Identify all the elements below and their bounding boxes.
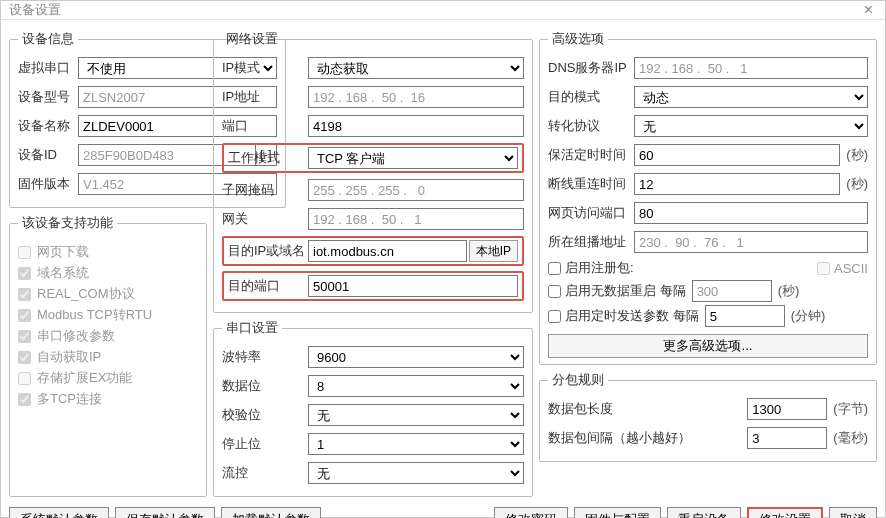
flow-label: 流控 xyxy=(222,464,308,482)
network-group: 网络设置 IP模式 动态获取 IP地址 端口 工作模式 TCP 客户端 xyxy=(213,30,533,313)
bottom-toolbar: 系统默认参数 保存默认参数 加载默认参数 修改密码 固件与配置 重启设备 修改设… xyxy=(1,503,885,518)
virtual-serial-label: 虚拟串口 xyxy=(18,59,78,77)
feature-multi-tcp xyxy=(18,393,31,406)
serial-legend: 串口设置 xyxy=(222,319,282,337)
dest-ip-field[interactable] xyxy=(308,240,467,262)
netmask-label: 子网掩码 xyxy=(222,181,308,199)
feature-real-com xyxy=(18,288,31,301)
packet-interval-label: 数据包间隔（越小越好） xyxy=(548,429,747,447)
sys-default-button[interactable]: 系统默认参数 xyxy=(9,507,109,518)
dest-port-row: 目的端口 xyxy=(222,271,524,301)
proto-select[interactable]: 无 xyxy=(634,115,868,137)
ip-mode-label: IP模式 xyxy=(222,59,308,77)
netmask-field xyxy=(308,179,524,201)
close-icon[interactable]: × xyxy=(860,1,877,19)
web-port-label: 网页访问端口 xyxy=(548,204,634,222)
firmware-cfg-button[interactable]: 固件与配置 xyxy=(574,507,661,518)
restart-button[interactable]: 重启设备 xyxy=(667,507,741,518)
keepalive-unit: (秒) xyxy=(846,146,868,164)
network-legend: 网络设置 xyxy=(222,30,282,48)
change-pwd-button[interactable]: 修改密码 xyxy=(494,507,568,518)
baud-label: 波特率 xyxy=(222,348,308,366)
dest-port-field[interactable] xyxy=(308,275,518,297)
dest-mode-label: 目的模式 xyxy=(548,88,634,106)
timed-field[interactable] xyxy=(705,305,785,327)
ascii-checkbox xyxy=(817,262,830,275)
model-label: 设备型号 xyxy=(18,88,78,106)
local-ip-button[interactable]: 本地IP xyxy=(469,240,518,262)
packet-legend: 分包规则 xyxy=(548,371,608,389)
apply-button[interactable]: 修改设置 xyxy=(747,507,823,518)
cancel-button[interactable]: 取消 xyxy=(829,507,877,518)
settings-window: 设备设置 × 设备信息 虚拟串口 不使用 设备型号 设备名称 xyxy=(0,0,886,518)
databits-label: 数据位 xyxy=(222,377,308,395)
advanced-legend: 高级选项 xyxy=(548,30,608,48)
parity-select[interactable]: 无 xyxy=(308,404,524,426)
work-mode-select[interactable]: TCP 客户端 xyxy=(308,147,518,169)
dest-mode-select[interactable]: 动态 xyxy=(634,86,868,108)
features-legend: 该设备支持功能 xyxy=(18,214,117,232)
feature-auto-ip xyxy=(18,351,31,364)
flow-select[interactable]: 无 xyxy=(308,462,524,484)
multicast-field xyxy=(634,231,868,253)
reconnect-unit: (秒) xyxy=(846,175,868,193)
title-bar: 设备设置 × xyxy=(1,1,885,20)
timed-unit: (分钟) xyxy=(791,307,826,325)
reg-pkt-checkbox[interactable] xyxy=(548,262,561,275)
packet-len-unit: (字节) xyxy=(833,400,868,418)
feature-dns xyxy=(18,267,31,280)
more-advanced-button[interactable]: 更多高级选项... xyxy=(548,334,868,358)
advanced-group: 高级选项 DNS服务器IP 目的模式 动态 转化协议 无 保活定时时间 (秒) xyxy=(539,30,877,365)
baud-select[interactable]: 9600 xyxy=(308,346,524,368)
nodata-checkbox[interactable] xyxy=(548,285,561,298)
keepalive-label: 保活定时时间 xyxy=(548,146,634,164)
keepalive-field[interactable] xyxy=(634,144,840,166)
gateway-label: 网关 xyxy=(222,210,308,228)
reconnect-label: 断线重连时间 xyxy=(548,175,634,193)
gateway-field xyxy=(308,208,524,230)
port-field[interactable] xyxy=(308,115,524,137)
serial-group: 串口设置 波特率 9600 数据位 8 校验位 无 停止位 1 xyxy=(213,319,533,497)
nodata-unit: (秒) xyxy=(778,282,800,300)
reconnect-field[interactable] xyxy=(634,173,840,195)
feature-modbus xyxy=(18,309,31,322)
features-group: 该设备支持功能 网页下载 域名系统 REAL_COM协议 Modbus TCP转… xyxy=(9,214,207,497)
timed-checkbox[interactable] xyxy=(548,310,561,323)
packet-len-label: 数据包长度 xyxy=(548,400,747,418)
firmware-label: 固件版本 xyxy=(18,175,78,193)
reg-pkt-label: 启用注册包: xyxy=(565,259,817,277)
content-area: 设备信息 虚拟串口 不使用 设备型号 设备名称 设备ID [-] xyxy=(1,20,885,503)
feature-serial-mod xyxy=(18,330,31,343)
packet-interval-unit: (毫秒) xyxy=(833,429,868,447)
device-info-legend: 设备信息 xyxy=(18,30,78,48)
ip-addr-label: IP地址 xyxy=(222,88,308,106)
parity-label: 校验位 xyxy=(222,406,308,424)
feature-web-download xyxy=(18,246,31,259)
nodata-label: 启用无数据重启 每隔 xyxy=(565,282,686,300)
load-default-button[interactable]: 加载默认参数 xyxy=(221,507,321,518)
web-port-field[interactable] xyxy=(634,202,868,224)
packet-group: 分包规则 数据包长度 (字节) 数据包间隔（越小越好） (毫秒) xyxy=(539,371,877,462)
work-mode-row: 工作模式 TCP 客户端 xyxy=(222,143,524,173)
save-default-button[interactable]: 保存默认参数 xyxy=(115,507,215,518)
device-id-label: 设备ID xyxy=(18,146,78,164)
ip-mode-select[interactable]: 动态获取 xyxy=(308,57,524,79)
multicast-label: 所在组播地址 xyxy=(548,233,634,251)
nodata-field xyxy=(692,280,772,302)
feature-storage-ex xyxy=(18,372,31,385)
work-mode-label: 工作模式 xyxy=(228,149,308,167)
dest-ip-label: 目的IP或域名 xyxy=(228,242,308,260)
dns-label: DNS服务器IP xyxy=(548,59,634,77)
timed-label: 启用定时发送参数 每隔 xyxy=(565,307,699,325)
stopbits-select[interactable]: 1 xyxy=(308,433,524,455)
ip-addr-field xyxy=(308,86,524,108)
dns-field xyxy=(634,57,868,79)
dest-port-label: 目的端口 xyxy=(228,277,308,295)
packet-interval-field[interactable] xyxy=(747,427,827,449)
packet-len-field[interactable] xyxy=(747,398,827,420)
device-name-label: 设备名称 xyxy=(18,117,78,135)
port-label: 端口 xyxy=(222,117,308,135)
stopbits-label: 停止位 xyxy=(222,435,308,453)
databits-select[interactable]: 8 xyxy=(308,375,524,397)
proto-label: 转化协议 xyxy=(548,117,634,135)
